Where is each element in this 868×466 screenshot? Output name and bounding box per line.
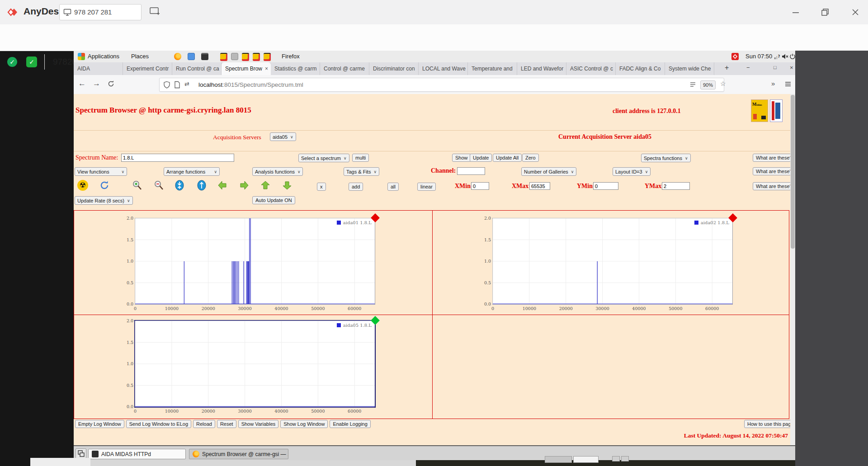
tab-experiment-control[interactable]: Experiment Contr bbox=[123, 62, 172, 75]
xmax-input[interactable] bbox=[529, 182, 550, 190]
tab-discriminator[interactable]: Discriminator con bbox=[369, 62, 419, 75]
zoom-out-icon[interactable] bbox=[153, 180, 164, 191]
arrange-functions-dropdown[interactable]: Arrange functions∨ bbox=[164, 167, 220, 176]
linear-button[interactable]: linear bbox=[417, 183, 436, 191]
zoom-level-chip[interactable]: 90% bbox=[700, 80, 716, 89]
pan-left-icon[interactable] bbox=[217, 180, 228, 191]
power-icon[interactable] bbox=[789, 53, 796, 60]
menu-applications[interactable]: Applications bbox=[88, 53, 119, 60]
how-to-use-button[interactable]: How to use this page bbox=[744, 420, 795, 428]
update-all-button[interactable]: Update All bbox=[493, 154, 522, 162]
new-session-button[interactable] bbox=[149, 6, 161, 17]
update-button[interactable]: Update bbox=[470, 154, 492, 162]
update-rate-dropdown[interactable]: Update Rate (8 secs)∨ bbox=[75, 196, 133, 205]
workspace-pager-cell-active[interactable] bbox=[573, 456, 599, 463]
close-button[interactable] bbox=[849, 5, 862, 19]
tray-applet[interactable] bbox=[621, 456, 629, 461]
xmin-input[interactable] bbox=[471, 182, 489, 190]
url-input[interactable]: ⇄ localhost:8015/Spectrum/Spectrum.tml 9… bbox=[159, 78, 724, 92]
refresh-icon[interactable] bbox=[99, 180, 110, 191]
page-scrollbar[interactable] bbox=[790, 94, 795, 445]
tracking-shield-icon[interactable] bbox=[163, 81, 170, 89]
new-tab-button[interactable]: + bbox=[725, 64, 729, 72]
network-status-icon[interactable]: ? bbox=[774, 54, 780, 60]
app-menu-icon[interactable] bbox=[784, 80, 792, 88]
firefox-launcher-icon[interactable] bbox=[174, 53, 181, 60]
spectrum-chart-aida02[interactable]: 01000020000300004000050000600000.00.51.0… bbox=[492, 218, 733, 305]
site-info-icon[interactable] bbox=[174, 81, 180, 89]
minimize-button[interactable] bbox=[789, 5, 802, 19]
tab-close-icon[interactable]: × bbox=[265, 62, 268, 75]
menu-places[interactable]: Places bbox=[131, 53, 149, 60]
bookmark-star-icon[interactable]: ☆ bbox=[720, 80, 726, 87]
show-log-window-button[interactable]: Show Log Window bbox=[280, 420, 328, 428]
enable-logging-button[interactable]: Enable Logging bbox=[330, 420, 370, 428]
forward-button[interactable]: → bbox=[93, 79, 100, 88]
browser-maximize-icon[interactable]: □ bbox=[774, 65, 777, 70]
spectra-functions-dropdown[interactable]: Spectra functions∨ bbox=[641, 154, 691, 162]
expand-y-icon[interactable] bbox=[196, 180, 207, 191]
all-button[interactable]: all bbox=[387, 183, 399, 191]
browser-minimize-icon[interactable]: − bbox=[746, 64, 750, 71]
tab-asic-control[interactable]: ASIC Control @ c bbox=[566, 62, 616, 75]
scrollbar-thumb[interactable] bbox=[791, 95, 795, 249]
spectrum-name-input[interactable] bbox=[121, 154, 234, 162]
ymax-input[interactable] bbox=[662, 182, 690, 190]
remote-address-input[interactable]: 978 207 281 bbox=[59, 4, 142, 20]
save-launcher-icon[interactable] bbox=[231, 53, 238, 60]
tab-led-waveform[interactable]: LED and Wavefor bbox=[517, 62, 566, 75]
pan-right-icon[interactable] bbox=[239, 180, 250, 191]
tab-spectrum-browser[interactable]: Spectrum Brow× bbox=[222, 62, 271, 75]
dns-swap-icon[interactable]: ⇄ bbox=[184, 80, 189, 87]
send-log-to-elog-button[interactable]: Send Log Window to ELog bbox=[126, 420, 191, 428]
tab-temperature[interactable]: Temperature and bbox=[468, 62, 517, 75]
acquisition-server-select[interactable]: aida05∨ bbox=[270, 132, 296, 141]
view-functions-dropdown[interactable]: View functions∨ bbox=[75, 167, 127, 176]
show-variables-button[interactable]: Show Variables bbox=[238, 420, 279, 428]
facility-logo[interactable] bbox=[770, 99, 783, 122]
radiation-icon[interactable]: ☢ bbox=[77, 180, 88, 191]
collapse-y-icon[interactable] bbox=[174, 180, 185, 191]
tab-statistics[interactable]: Statistics @ carm bbox=[271, 62, 320, 75]
spectrum-chart-aida05[interactable]: 01000020000300004000050000600000.00.51.0… bbox=[134, 320, 376, 408]
channel-input[interactable] bbox=[457, 167, 485, 175]
pan-up-icon[interactable] bbox=[260, 180, 271, 191]
select-spectrum-dropdown[interactable]: Select a spectrum∨ bbox=[298, 154, 349, 162]
reader-mode-icon[interactable] bbox=[689, 81, 696, 88]
browser-close-icon[interactable]: × bbox=[790, 64, 793, 71]
session-tab-icon[interactable]: ✓ bbox=[26, 56, 37, 67]
tab-fadc-align[interactable]: FADC Align & Co bbox=[616, 62, 665, 75]
tray-applet[interactable] bbox=[612, 456, 620, 461]
what-are-these-button[interactable]: What are these? bbox=[753, 154, 795, 162]
tags-fits-dropdown[interactable]: Tags & Fits∨ bbox=[344, 167, 379, 176]
zero-button[interactable]: Zero bbox=[522, 154, 539, 162]
reload-button[interactable]: Reload bbox=[193, 420, 215, 428]
clock[interactable]: Sun 07:50 bbox=[745, 53, 772, 60]
tab-control[interactable]: Control @ carme bbox=[320, 62, 369, 75]
reset-button[interactable]: Reset bbox=[217, 420, 236, 428]
zoom-in-icon[interactable] bbox=[132, 180, 142, 191]
what-are-these-button[interactable]: What are these? bbox=[753, 167, 795, 175]
tab-system-wide[interactable]: System wide Che bbox=[665, 62, 714, 75]
layout-id-dropdown[interactable]: Layout ID=3∨ bbox=[613, 167, 651, 176]
file-manager-launcher-icon[interactable] bbox=[188, 53, 195, 60]
workspace-pager-cell[interactable] bbox=[545, 456, 572, 463]
empty-log-window-button[interactable]: Empty Log Window bbox=[75, 420, 124, 428]
midas-launcher-icon[interactable] bbox=[220, 53, 227, 61]
terminal-launcher-icon[interactable] bbox=[201, 53, 208, 60]
pan-down-icon[interactable] bbox=[282, 180, 292, 191]
midas-launcher-icon[interactable] bbox=[264, 53, 271, 61]
spectrum-chart-aida01[interactable]: 01000020000300004000050000600000.00.51.0… bbox=[135, 218, 375, 305]
restore-button[interactable] bbox=[818, 5, 832, 19]
taskbar-item-httpd[interactable]: AIDA MIDAS HTTPd bbox=[88, 449, 186, 459]
ymin-input[interactable] bbox=[593, 182, 618, 190]
tab-local-waveform[interactable]: LOCAL and Wave bbox=[419, 62, 468, 75]
midas-launcher-icon[interactable] bbox=[253, 53, 260, 61]
tab-aida[interactable]: AIDA bbox=[74, 62, 123, 75]
x-axis-button[interactable]: x bbox=[317, 183, 326, 191]
taskbar-item-firefox[interactable]: Spectrum Browser @ carme-gsi — ... bbox=[189, 449, 288, 459]
overflow-menu-icon[interactable]: » bbox=[771, 80, 775, 87]
reload-button[interactable] bbox=[107, 80, 115, 88]
show-button[interactable]: Show bbox=[452, 154, 471, 162]
volume-muted-icon[interactable] bbox=[782, 53, 789, 60]
